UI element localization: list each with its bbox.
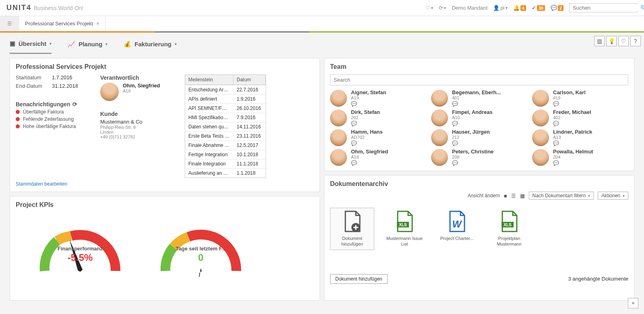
history-icon[interactable]: ⟳ ▾ [439, 5, 446, 11]
milestone-row[interactable]: Finale Abnahme der ...12.5.2017 [185, 140, 266, 150]
filter-doc-type-dropdown[interactable]: Nach Dokumentart filtern▾ [529, 192, 594, 200]
start-date-label: Startdatum [16, 74, 52, 81]
milestone-row[interactable]: Finale Integration11.1.2018 [185, 159, 266, 168]
milestone-table: Meilenstein Datum Entscheidung Archite..… [185, 74, 266, 178]
document-item[interactable]: WProject Charter... [435, 208, 479, 250]
team-member[interactable]: Dirk, Stefan202💬 [330, 109, 426, 126]
document-item[interactable]: XLSProjektplan Mustermann [487, 208, 531, 250]
edit-master-data-link[interactable]: Stammdaten bearbeiten [16, 181, 67, 187]
member-avatar [532, 90, 549, 107]
tab-project[interactable]: Professional Services Projekt × [19, 16, 105, 31]
milestone-row[interactable]: Auslieferung an Kund...1.1.2018 [185, 168, 266, 178]
view-large-icon[interactable]: ■ [504, 193, 507, 199]
team-member[interactable]: Lindner, PatrickA13💬 [532, 129, 628, 146]
milestone-row[interactable]: HMI Spezifikation de...7.9.2016 [185, 113, 266, 122]
member-avatar [431, 109, 448, 126]
team-member[interactable]: Ohm, SiegfriedA18💬 [330, 149, 426, 166]
gauge-finance: Finanzperformanz -5.5% [28, 221, 132, 277]
nav-billing[interactable]: 💰 Fakturierung ▾ [124, 40, 177, 54]
add-document-tile[interactable]: Dokument hinzufügen [330, 208, 374, 250]
nav-overview[interactable]: ▣ Übersicht ▾ [10, 40, 52, 54]
add-document-button[interactable]: Dokument hinzufügen [330, 274, 388, 284]
nav-planning[interactable]: 📈 Planung ▾ [68, 40, 107, 54]
user-menu[interactable]: 👤 pl ▾ [493, 5, 507, 11]
notification-item[interactable]: Überfällige Faktura [16, 109, 88, 115]
member-id: 419 [553, 95, 586, 100]
tab-label: Professional Services Projekt [25, 21, 93, 27]
milestone-name: HMI Spezifikation de... [185, 113, 233, 122]
milestone-name: Fertige Integration [185, 150, 233, 159]
member-avatar [431, 129, 448, 146]
planning-icon: 📈 [68, 41, 75, 48]
global-search[interactable]: 🔍 [569, 3, 638, 12]
team-member[interactable]: Carlson, Karl419💬 [532, 89, 628, 107]
chat-icon[interactable]: 💬 [452, 101, 501, 107]
milestone-header-date[interactable]: Datum [233, 75, 266, 85]
milestone-date: 26.10.2016 [233, 104, 266, 113]
view-list-icon[interactable]: ☰ [511, 193, 516, 199]
team-member[interactable]: Freder, Michael402💬 [532, 109, 628, 126]
chat-icon[interactable]: 💬 [553, 101, 586, 107]
view-change-label: Ansicht ändern [468, 193, 500, 198]
team-member[interactable]: Hauser, Jürgen212💬 [431, 129, 527, 146]
main-menu-icon[interactable]: ☰ [0, 16, 19, 31]
team-member[interactable]: Peters, Christine208💬 [431, 149, 527, 166]
search-icon[interactable]: 🔍 [640, 5, 644, 11]
notifications-icon[interactable]: 🔔4 [513, 5, 526, 11]
favorites-icon[interactable]: ♡ ▾ [425, 5, 433, 11]
document-item[interactable]: XLSMustermann Issue List [382, 208, 427, 250]
notification-item[interactable]: Fehlende Zeiterfassung [16, 116, 88, 122]
chat-icon[interactable]: 💬 [351, 160, 388, 166]
milestone-row[interactable]: Daten stehen quersc...14.11.2016 [185, 122, 266, 131]
milestone-row[interactable]: Entscheidung Archite...22.7.2016 [185, 85, 266, 94]
chat-icon[interactable]: 💬 [452, 121, 493, 126]
add-fab-button[interactable]: ＋ [628, 298, 638, 308]
notification-item[interactable]: Hohe überfällige Faktura [16, 124, 88, 129]
member-id: 202 [351, 115, 380, 120]
tasks-icon[interactable]: ✔30 [532, 5, 545, 11]
team-member[interactable]: Powalla, Helmut204💬 [532, 149, 628, 166]
responsible-avatar[interactable] [100, 83, 119, 101]
documents-panel: Dokumentenarchiv Ansicht ändern ■ ☰ ▦ Na… [324, 175, 634, 301]
view-grid-icon[interactable]: ▦ [520, 193, 525, 199]
customer-phone: +49 (0)711 32781 [100, 134, 173, 139]
team-member[interactable]: Aigner, StefanA19💬 [330, 89, 426, 107]
member-avatar [330, 149, 347, 166]
tab-close-icon[interactable]: × [96, 21, 99, 27]
chat-icon[interactable]: 💬 [351, 140, 383, 146]
team-panel: Team Aigner, StefanA19💬Begemann, Eberh..… [324, 58, 634, 171]
team-member[interactable]: Fimpel, AndreasA10💬 [431, 109, 527, 126]
chat-icon[interactable]: 💬 [553, 140, 592, 146]
milestone-name: Erste Beta Tests erfol... [185, 132, 233, 140]
team-member[interactable]: Begemann, Eberh...401💬 [431, 89, 527, 107]
milestone-row[interactable]: Erste Beta Tests erfol...23.11.2016 [185, 131, 266, 140]
messages-icon[interactable]: 💬2 [551, 5, 564, 11]
chat-icon[interactable]: 💬 [553, 160, 593, 166]
doc-label: Mustermann Issue List [385, 236, 424, 247]
refresh-icon[interactable]: ⟳ [72, 101, 77, 107]
milestone-header-name[interactable]: Meilenstein [185, 75, 233, 85]
chat-icon[interactable]: 💬 [452, 160, 493, 166]
overview-icon: ▣ [10, 40, 15, 47]
chat-icon[interactable]: 💬 [351, 121, 380, 126]
team-member[interactable]: Hamm, HansAD702💬 [330, 129, 426, 146]
milestone-date: 10.1.2018 [233, 150, 266, 159]
team-search-input[interactable] [330, 74, 628, 85]
milestone-row[interactable]: API SEMNET/FW ver...26.10.2016 [185, 103, 266, 113]
member-id: 212 [452, 135, 490, 140]
chat-icon[interactable]: 💬 [553, 121, 591, 126]
milestone-row[interactable]: APIs definiert1.9.2016 [185, 94, 266, 103]
member-name: Hauser, Jürgen [452, 129, 490, 135]
milestone-name: API SEMNET/FW ver... [185, 104, 233, 113]
document-type-icon: W [447, 211, 467, 233]
chat-icon[interactable]: 💬 [351, 101, 386, 107]
chat-icon[interactable]: 💬 [452, 140, 490, 146]
documents-title: Dokumentenarchiv [330, 180, 628, 188]
gauge-finance-label: Finanzperformanz [36, 246, 124, 252]
global-search-input[interactable] [573, 5, 640, 11]
project-info-panel: Professional Services Projekt Startdatum… [10, 58, 320, 192]
tenant-name[interactable]: Demo Mandant [452, 5, 487, 11]
milestone-row[interactable]: Fertige Integration10.1.2018 [185, 150, 266, 159]
actions-dropdown[interactable]: Aktionen▾ [598, 192, 628, 200]
milestone-date: 1.9.2016 [233, 95, 266, 103]
